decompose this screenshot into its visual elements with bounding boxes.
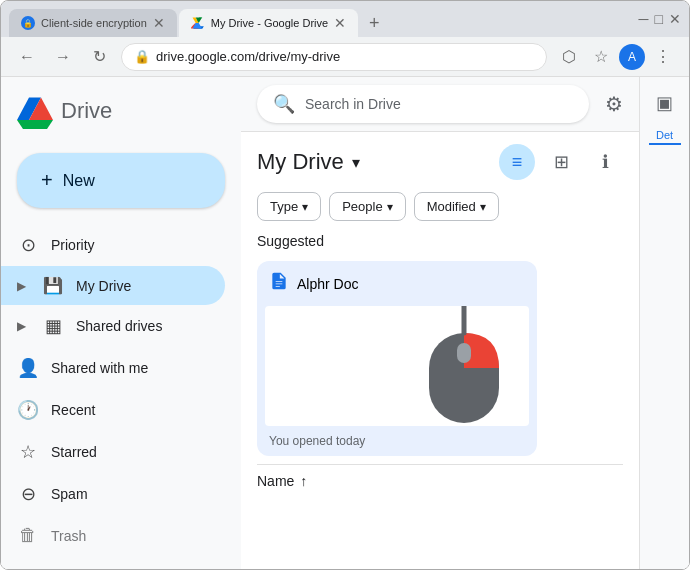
right-panel: ▣ Det xyxy=(639,77,689,569)
sidebar-item-spam[interactable]: ⊖ Spam xyxy=(1,473,225,515)
plus-icon: + xyxy=(41,169,53,192)
filter-chip-people[interactable]: People ▾ xyxy=(329,192,405,221)
search-icon: 🔍 xyxy=(273,93,295,115)
sidebar-item-shared-drives[interactable]: ▶ ▦ Shared drives xyxy=(1,305,225,347)
my-drive-page-title: My Drive xyxy=(257,149,344,175)
my-drive-expand-icon: ▶ xyxy=(17,279,26,293)
shared-drives-icon: ▦ xyxy=(42,315,64,337)
shared-drives-expand-icon: ▶ xyxy=(17,319,26,333)
sidebar-item-priority[interactable]: ⊙ Priority xyxy=(1,224,225,266)
filter-row: Type ▾ People ▾ Modified ▾ xyxy=(241,188,639,233)
sidebar-item-my-drive[interactable]: ▶ 💾 My Drive xyxy=(1,266,225,305)
sidebar-item-trash-label: Trash xyxy=(51,528,86,544)
suggested-section-title: Suggested xyxy=(257,233,623,249)
grid-view-button[interactable]: ⊞ xyxy=(543,144,579,180)
browser-frame: 🔒 Client-side encryption ✕ My Drive - Go… xyxy=(0,0,690,570)
sidebar-item-recent[interactable]: 🕐 Recent xyxy=(1,389,225,431)
filter-type-arrow-icon: ▾ xyxy=(302,200,308,214)
filter-people-arrow-icon: ▾ xyxy=(387,200,393,214)
card-preview xyxy=(265,306,529,426)
new-button-label: New xyxy=(63,172,95,190)
card-header: Alphr Doc xyxy=(257,261,537,306)
card-title: Alphr Doc xyxy=(297,276,358,292)
name-sort-row[interactable]: Name ↑ xyxy=(257,464,623,497)
url-display: drive.google.com/drive/my-drive xyxy=(156,49,534,64)
search-area: 🔍 Search in Drive ⚙ xyxy=(241,77,639,132)
sidebar-item-shared-with-me-label: Shared with me xyxy=(51,360,148,376)
priority-icon: ⊙ xyxy=(17,234,39,256)
close-window-button[interactable]: ✕ xyxy=(669,11,681,27)
filter-icon[interactable]: ⚙ xyxy=(605,92,623,116)
toolbar-actions: ≡ ⊞ ℹ xyxy=(499,144,623,180)
new-button[interactable]: + New xyxy=(17,153,225,208)
name-sort-label: Name xyxy=(257,473,294,489)
info-button[interactable]: ℹ xyxy=(587,144,623,180)
my-drive-dropdown-arrow[interactable]: ▾ xyxy=(352,153,360,172)
right-panel-top-button[interactable]: ▣ xyxy=(647,85,683,121)
list-view-button[interactable]: ≡ xyxy=(499,144,535,180)
reload-button[interactable]: ↻ xyxy=(85,43,113,71)
filter-modified-arrow-icon: ▾ xyxy=(480,200,486,214)
minimize-button[interactable]: ─ xyxy=(639,11,649,27)
svg-rect-1 xyxy=(457,343,471,363)
search-placeholder: Search in Drive xyxy=(305,96,401,112)
suggested-file-card[interactable]: Alphr Doc xyxy=(257,261,537,456)
tab-client-encryption[interactable]: 🔒 Client-side encryption ✕ xyxy=(9,9,177,37)
main-toolbar: My Drive ▾ ≡ ⊞ ℹ xyxy=(241,132,639,188)
filter-chip-type[interactable]: Type ▾ xyxy=(257,192,321,221)
starred-icon: ☆ xyxy=(17,441,39,463)
cast-button[interactable]: ⬡ xyxy=(555,43,583,71)
card-footer: You opened today xyxy=(257,426,537,456)
profile-button[interactable]: A xyxy=(619,44,645,70)
address-bar[interactable]: 🔒 drive.google.com/drive/my-drive xyxy=(121,43,547,71)
menu-button[interactable]: ⋮ xyxy=(649,43,677,71)
back-button[interactable]: ← xyxy=(13,43,41,71)
drive-title-row: My Drive ▾ xyxy=(257,149,360,175)
tab2-close-icon[interactable]: ✕ xyxy=(334,15,346,31)
sidebar-item-trash[interactable]: 🗑 Trash xyxy=(1,515,225,556)
filter-chip-modified[interactable]: Modified ▾ xyxy=(414,192,499,221)
sidebar-nav: ⊙ Priority ▶ 💾 My Drive ▶ ▦ Shared drive… xyxy=(1,224,241,556)
spam-icon: ⊖ xyxy=(17,483,39,505)
browser-actions: ⬡ ☆ A ⋮ xyxy=(555,43,677,71)
drive-logo: Drive xyxy=(17,93,112,129)
filter-type-label: Type xyxy=(270,199,298,214)
sidebar-item-shared-drives-label: Shared drives xyxy=(76,318,162,334)
sidebar-item-starred-label: Starred xyxy=(51,444,97,460)
main-area: 🔍 Search in Drive ⚙ My Drive ▾ ≡ ⊞ ℹ xyxy=(241,77,639,569)
browser-titlebar: 🔒 Client-side encryption ✕ My Drive - Go… xyxy=(1,1,689,37)
tab-my-drive[interactable]: My Drive - Google Drive ✕ xyxy=(179,9,358,37)
tab2-label: My Drive - Google Drive xyxy=(211,17,328,29)
content-area: Suggested Alphr Doc xyxy=(241,233,639,569)
sidebar-item-recent-label: Recent xyxy=(51,402,95,418)
trash-icon: 🗑 xyxy=(17,525,39,546)
mouse-illustration xyxy=(419,306,509,426)
filter-modified-label: Modified xyxy=(427,199,476,214)
shared-with-me-icon: 👤 xyxy=(17,357,39,379)
right-panel-tab-label: Det xyxy=(656,129,673,141)
my-drive-icon: 💾 xyxy=(42,276,64,295)
filter-people-label: People xyxy=(342,199,382,214)
sidebar-item-shared-with-me[interactable]: 👤 Shared with me xyxy=(1,347,225,389)
sidebar-item-admin-console[interactable]: ⚙ Admin console xyxy=(1,564,225,569)
mouse-svg xyxy=(419,306,509,426)
maximize-button[interactable]: □ xyxy=(655,11,663,27)
sidebar: Drive + New ⊙ Priority ▶ 💾 xyxy=(1,77,241,569)
lock-secure-icon: 🔒 xyxy=(134,49,150,64)
forward-button[interactable]: → xyxy=(49,43,77,71)
tab1-close-icon[interactable]: ✕ xyxy=(153,15,165,31)
new-tab-button[interactable]: + xyxy=(360,9,388,37)
bookmark-button[interactable]: ☆ xyxy=(587,43,615,71)
sidebar-item-my-drive-label: My Drive xyxy=(76,278,131,294)
card-footer-text: You opened today xyxy=(269,434,365,448)
tab-strip: 🔒 Client-side encryption ✕ My Drive - Go… xyxy=(9,1,631,37)
recent-icon: 🕐 xyxy=(17,399,39,421)
doc-icon xyxy=(269,271,289,296)
sidebar-header: Drive xyxy=(1,85,241,145)
sidebar-item-starred[interactable]: ☆ Starred xyxy=(1,431,225,473)
search-bar[interactable]: 🔍 Search in Drive xyxy=(257,85,589,123)
browser-controls: ← → ↻ 🔒 drive.google.com/drive/my-drive … xyxy=(1,37,689,77)
tab1-label: Client-side encryption xyxy=(41,17,147,29)
right-panel-tab-underline xyxy=(649,143,681,145)
lock-icon: 🔒 xyxy=(21,16,35,30)
